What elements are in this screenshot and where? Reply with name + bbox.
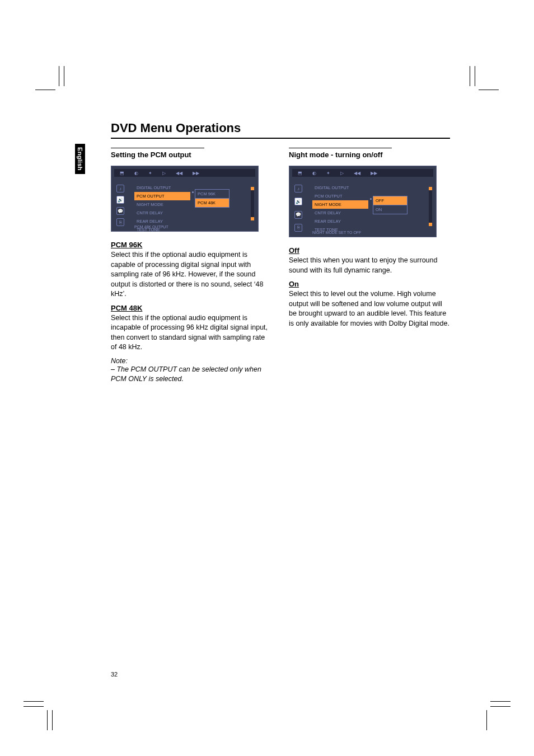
right-column: Night mode - turning on/off ⬒ ◐ ✦ ▷ ◀◀ ▶… — [289, 148, 450, 384]
osd-screenshot-pcm: ⬒ ◐ ✦ ▷ ◀◀ ▶▶ ♪ 🔊 💬 ⎘ DIGITAL OUTPUT PCM… — [111, 166, 259, 232]
osd-left-icons: ♪ 🔊 💬 ⎘ — [292, 182, 305, 234]
option-heading-pcm48k: PCM 48K — [111, 304, 272, 312]
osd-menu-item: REAR DELAY — [312, 217, 368, 226]
contrast-icon: ◐ — [134, 171, 138, 176]
osd-menu-item: CNTR DELAY — [134, 209, 190, 217]
chevron-up-icon — [251, 187, 254, 190]
chevron-down-icon — [251, 217, 254, 220]
osd-menu-item: DIGITAL OUTPUT — [134, 184, 190, 192]
play-icon: ▷ — [162, 171, 166, 176]
option-body: Select this if the optional audio equipm… — [111, 250, 272, 299]
osd-submenu-item-selected: PCM 48K — [195, 198, 229, 208]
option-body: Select this if the optional audio equipm… — [111, 313, 272, 353]
speaker-icon: 🔊 — [116, 196, 124, 204]
chevron-up-icon — [429, 187, 432, 190]
section-heading-night: Night mode - turning on/off — [289, 148, 392, 159]
osd-menu-item: CNTR DELAY — [312, 209, 368, 217]
forward-icon: ▶▶ — [193, 171, 199, 176]
pref-icon: ⎘ — [294, 224, 302, 232]
option-heading-pcm96k: PCM 96K — [111, 241, 272, 249]
osd-menu-item: REAR DELAY — [134, 217, 190, 226]
osd-left-icons: ♪ 🔊 💬 ⎘ — [114, 182, 127, 228]
speaker-icon: 🔊 — [294, 198, 302, 205]
osd-menu-item: DIGITAL OUTPUT — [312, 184, 368, 192]
osd-submenu-item: ON — [373, 205, 407, 214]
osd-topbar: ⬒ ◐ ✦ ▷ ◀◀ ▶▶ — [114, 169, 255, 177]
section-heading-pcm: Setting the PCM output — [111, 148, 204, 159]
fit-icon: ⬒ — [120, 171, 124, 176]
option-heading-on: On — [289, 280, 450, 288]
chevron-down-icon — [429, 223, 432, 226]
pref-icon: ⎘ — [116, 218, 124, 226]
osd-menu-item: NIGHT MODE — [134, 200, 190, 209]
osd-scrollbar — [251, 187, 254, 220]
page-number: 32 — [111, 671, 118, 678]
left-column: Setting the PCM output ⬒ ◐ ✦ ▷ ◀◀ ▶▶ ♪ 🔊… — [111, 148, 272, 384]
general-icon: ♪ — [294, 185, 302, 192]
osd-topbar: ⬒ ◐ ✦ ▷ ◀◀ ▶▶ — [292, 169, 433, 177]
osd-menu-item-selected: PCM OUTPUT — [134, 192, 190, 200]
submenu-pointer-icon — [370, 198, 372, 200]
osd-scrollbar — [429, 187, 432, 226]
general-icon: ♪ — [116, 185, 124, 192]
osd-screenshot-night: ⬒ ◐ ✦ ▷ ◀◀ ▶▶ ♪ 🔊 💬 ⎘ DIGITAL OUTPUT PCM… — [289, 166, 437, 237]
osd-menu-item: PCM OUTPUT — [312, 192, 368, 200]
osd-menu-item-selected: NIGHT MODE — [312, 200, 368, 209]
contrast-icon: ◐ — [312, 171, 316, 176]
rewind-icon: ◀◀ — [354, 171, 360, 176]
rewind-icon: ◀◀ — [176, 171, 182, 176]
play-icon: ▷ — [340, 171, 344, 176]
osd-status-text: PCM 48K OUTPUT — [134, 225, 168, 229]
page-title: DVD Menu Operations — [111, 121, 450, 139]
tool-icon: ✦ — [148, 171, 152, 176]
lang-icon: 💬 — [116, 207, 124, 215]
osd-submenu-item-selected: OFF — [373, 196, 407, 205]
note-label: Note: — [111, 357, 272, 365]
osd-submenu-item: PCM 96K — [195, 189, 229, 199]
osd-submenu: OFF ON — [373, 196, 407, 214]
note-text: – The PCM OUTPUT can be selected only wh… — [111, 365, 272, 384]
osd-submenu: PCM 96K PCM 48K — [195, 189, 229, 207]
fit-icon: ⬒ — [298, 171, 302, 176]
lang-icon: 💬 — [294, 211, 302, 219]
submenu-pointer-icon — [192, 191, 194, 193]
osd-menu: DIGITAL OUTPUT PCM OUTPUT NIGHT MODE CNT… — [312, 184, 368, 234]
tool-icon: ✦ — [326, 171, 330, 176]
option-body: Select this to level out the volume. Hig… — [289, 289, 450, 328]
forward-icon: ▶▶ — [371, 171, 377, 176]
language-tab: English — [75, 144, 85, 174]
option-heading-off: Off — [289, 246, 450, 255]
osd-status-text: NIGHT MODE SET TO OFF — [312, 231, 361, 234]
option-body: Select this when you want to enjoy the s… — [289, 256, 450, 275]
